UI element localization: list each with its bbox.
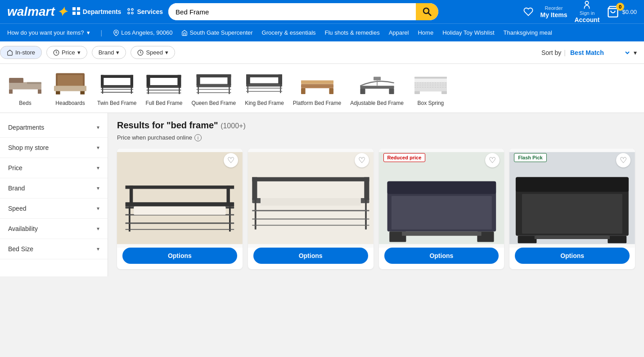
my-items-button[interactable]: Reorder My Items: [540, 5, 567, 18]
svg-rect-111: [535, 235, 610, 239]
price-label: Price: [62, 49, 75, 56]
sidebar-item-departments[interactable]: Departments ▾: [0, 117, 108, 138]
grocery-nav[interactable]: Grocery & essentials: [262, 27, 316, 38]
sidebar-item-shop-label: Shop my store: [8, 144, 49, 151]
product-3-options-button[interactable]: Options: [384, 248, 499, 264]
svg-point-8: [423, 8, 429, 14]
svg-rect-3: [77, 12, 80, 15]
home-nav[interactable]: Home: [418, 27, 433, 38]
svg-rect-58: [301, 88, 306, 94]
category-queen-label: Queen Bed Frame: [191, 100, 236, 107]
category-headboards[interactable]: Headboards: [52, 69, 88, 107]
delivery-button[interactable]: How do you want your items? ▾: [7, 27, 90, 38]
category-platform[interactable]: Platform Bed Frame: [293, 69, 341, 107]
category-adjustable[interactable]: Adjustable Bed Frame: [350, 69, 404, 107]
wishlist-product-4-button[interactable]: ♡: [616, 153, 630, 167]
account-button[interactable]: Sign in Account: [574, 0, 599, 23]
store-button[interactable]: South Gate Supercenter: [181, 27, 252, 38]
chevron-icon: ▾: [97, 145, 99, 151]
chevron-icon: ▾: [97, 205, 99, 212]
sidebar-item-price-label: Price: [8, 164, 23, 172]
chevron-icon: ▾: [97, 246, 99, 252]
sort-select[interactable]: Best Match Price Low to High Price High …: [568, 49, 631, 57]
cart-button[interactable]: 0 $0.00: [607, 5, 637, 18]
sort-label: Sort by: [541, 49, 561, 56]
location-text: Los Angeles, 90060: [121, 29, 172, 36]
category-adjustable-label: Adjustable Bed Frame: [350, 100, 404, 107]
flu-nav[interactable]: Flu shots & remedies: [325, 27, 380, 38]
svg-rect-21: [58, 75, 83, 87]
svg-rect-67: [374, 77, 381, 80]
instore-filter[interactable]: In-store: [0, 46, 42, 59]
sidebar-item-speed-label: Speed: [8, 205, 26, 212]
sidebar-item-availability[interactable]: Availability ▾: [0, 219, 108, 239]
product-card[interactable]: ♡: [117, 149, 243, 269]
toy-wishlist-nav[interactable]: Holiday Toy Wishlist: [442, 27, 494, 38]
svg-rect-33: [147, 85, 181, 87]
category-king[interactable]: King Bed Frame: [245, 69, 284, 107]
store-filter-icon: [7, 50, 13, 56]
info-icon[interactable]: i: [194, 134, 202, 141]
wishlist-product-2-button[interactable]: ♡: [355, 153, 369, 167]
svg-rect-75: [441, 91, 447, 94]
sub-nav: How do you want your items? ▾ | Los Ange…: [0, 23, 644, 41]
product-card[interactable]: ♡ Options: [248, 149, 374, 269]
product-1-options-button[interactable]: Options: [122, 248, 237, 264]
svg-line-9: [428, 13, 432, 16]
product-4-options-button[interactable]: Options: [515, 248, 630, 264]
svg-rect-57: [301, 84, 333, 88]
walmart-logo[interactable]: walmart ✦: [7, 5, 67, 19]
spark-icon: ✦: [57, 5, 67, 19]
category-boxspring[interactable]: Box Spring: [413, 69, 449, 107]
svg-rect-32: [101, 75, 133, 77]
wishlist-product-3-button[interactable]: ♡: [485, 153, 500, 167]
instore-label: In-store: [15, 49, 35, 56]
wishlist-product-1-button[interactable]: ♡: [224, 153, 238, 167]
departments-label: Departments: [83, 8, 122, 15]
svg-rect-87: [134, 206, 225, 215]
category-twin[interactable]: Twin Bed Frame: [97, 69, 136, 107]
brand-filter[interactable]: Brand ▾: [92, 46, 126, 59]
sidebar-item-brand[interactable]: Brand ▾: [0, 178, 108, 199]
svg-rect-49: [246, 83, 282, 86]
price-filter[interactable]: Price ▾: [46, 46, 87, 59]
speed-filter[interactable]: Speed ▾: [131, 46, 175, 59]
svg-rect-60: [301, 80, 333, 84]
search-input[interactable]: Bed Frame: [168, 3, 416, 20]
svg-rect-25: [101, 85, 133, 87]
sidebar-item-bed-size[interactable]: Bed Size ▾: [0, 239, 108, 259]
svg-rect-97: [252, 177, 369, 181]
sidebar-item-departments-label: Departments: [8, 124, 44, 131]
svg-rect-41: [196, 84, 231, 87]
thanksgiving-nav[interactable]: Thanksgiving meal: [504, 27, 552, 38]
svg-rect-70: [414, 77, 447, 78]
services-button[interactable]: Services: [126, 7, 163, 17]
location-button[interactable]: Los Angeles, 90060: [113, 27, 172, 38]
category-queen[interactable]: Queen Bed Frame: [191, 69, 236, 107]
sidebar-item-shop-my-store[interactable]: Shop my store ▾: [0, 138, 108, 158]
reduced-price-badge: Reduced price: [383, 153, 426, 162]
svg-rect-48: [196, 74, 231, 77]
speed-chevron-icon: ▾: [165, 49, 168, 56]
category-boxspring-label: Box Spring: [418, 100, 444, 107]
departments-button[interactable]: Departments: [72, 7, 122, 17]
product-grid: ♡: [117, 149, 635, 269]
apparel-nav[interactable]: Apparel: [389, 27, 409, 38]
category-full[interactable]: Full Bed Frame: [145, 69, 182, 107]
svg-rect-105: [391, 196, 491, 229]
apparel-label: Apparel: [389, 29, 409, 36]
product-card[interactable]: Reduced price ♡ Options: [379, 149, 504, 269]
results-header: Results for "bed frame" (1000+): [117, 120, 635, 131]
product-4-image: [509, 149, 635, 248]
product-card[interactable]: Flash Pick ♡ Options: [509, 149, 635, 269]
filters-bar: In-store Price ▾ Brand ▾ Speed ▾ Sort by…: [0, 41, 644, 64]
sidebar-item-price[interactable]: Price ▾: [0, 158, 108, 178]
category-beds[interactable]: Beds: [7, 69, 43, 107]
sidebar-item-speed[interactable]: Speed ▾: [0, 199, 108, 219]
product-2-options-button[interactable]: Options: [253, 248, 368, 264]
category-twin-label: Twin Bed Frame: [97, 100, 136, 107]
toy-wishlist-label: Holiday Toy Wishlist: [442, 29, 494, 36]
svg-rect-16: [9, 77, 23, 82]
search-button[interactable]: [416, 3, 438, 20]
wishlist-button[interactable]: [523, 7, 533, 17]
